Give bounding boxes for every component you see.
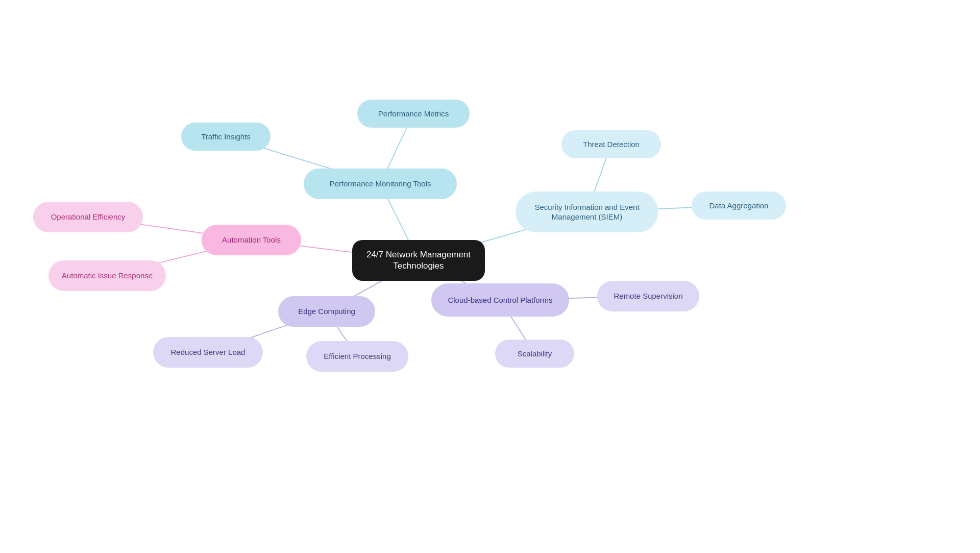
node-remote-supervision: Remote Supervision xyxy=(597,281,699,311)
node-label: Threat Detection xyxy=(583,139,640,150)
node-label: Performance Metrics xyxy=(378,109,449,119)
node-label: Operational Efficiency xyxy=(51,212,126,222)
node-label: Efficient Processing xyxy=(324,351,390,362)
center-label: 24/7 Network Management Technologies xyxy=(366,249,471,272)
node-label: Edge Computing xyxy=(298,306,355,317)
node-efficient-processing: Efficient Processing xyxy=(306,341,408,372)
node-reduced-server-load: Reduced Server Load xyxy=(153,337,263,368)
node-label: Cloud-based Control Platforms xyxy=(448,295,552,305)
node-traffic-insights: Traffic Insights xyxy=(181,123,271,151)
node-label: Automation Tools xyxy=(222,235,281,245)
node-label: Scalability xyxy=(518,349,552,359)
node-label: Automatic Issue Response xyxy=(62,271,153,281)
node-threat-detection: Threat Detection xyxy=(561,130,661,158)
node-siem: Security Information and Event Managemen… xyxy=(516,191,658,232)
node-label: Security Information and Event Managemen… xyxy=(534,202,639,222)
center-node: 24/7 Network Management Technologies xyxy=(352,240,485,281)
node-scalability: Scalability xyxy=(495,340,574,368)
node-cloud-based-control-platforms: Cloud-based Control Platforms xyxy=(431,283,569,317)
node-automation-tools: Automation Tools xyxy=(202,225,301,255)
node-label: Reduced Server Load xyxy=(171,347,246,357)
node-label: Remote Supervision xyxy=(614,291,682,301)
node-performance-metrics: Performance Metrics xyxy=(357,100,470,128)
node-label: Data Aggregation xyxy=(709,201,769,211)
node-edge-computing: Edge Computing xyxy=(278,296,375,327)
node-automatic-issue-response: Automatic Issue Response xyxy=(48,260,166,291)
node-label: Traffic Insights xyxy=(201,132,251,142)
node-label: Performance Monitoring Tools xyxy=(330,179,431,189)
node-operational-efficiency: Operational Efficiency xyxy=(33,202,143,232)
node-performance-monitoring-tools: Performance Monitoring Tools xyxy=(304,169,457,199)
node-data-aggregation: Data Aggregation xyxy=(692,191,786,220)
